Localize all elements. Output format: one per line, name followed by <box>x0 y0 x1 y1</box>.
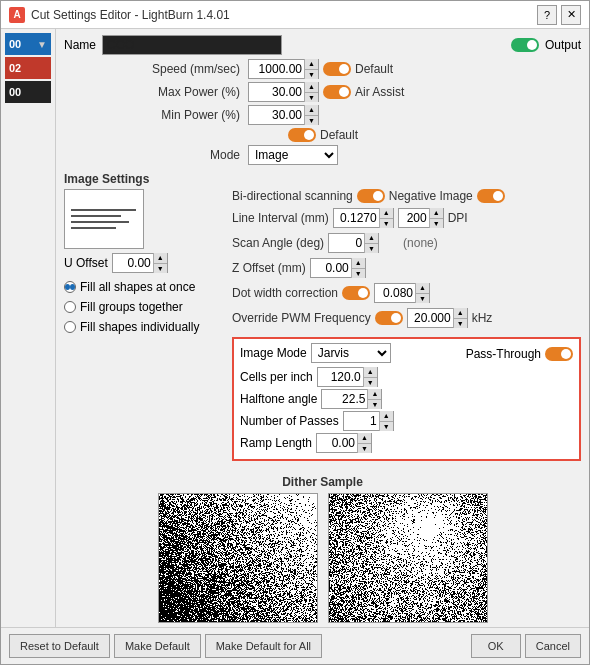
fill-at-once-row: Fill all shapes at once <box>64 280 224 294</box>
cells-row: Cells per inch ▲ ▼ <box>240 367 573 387</box>
halftone-up[interactable]: ▲ <box>367 389 381 400</box>
air-assist-toggle[interactable] <box>323 85 351 99</box>
max-power-row: Max Power (%) ▲ ▼ Air Assist <box>64 82 581 102</box>
ramp-down[interactable]: ▼ <box>357 444 371 454</box>
khz-label: kHz <box>472 311 493 325</box>
dither-section: Dither Sample Jarvis: High quality dithe… <box>64 471 581 627</box>
override-pwm-toggle[interactable] <box>375 311 403 325</box>
name-row: Name Output <box>64 35 581 55</box>
line-interval-input[interactable]: ▲ ▼ <box>333 208 394 228</box>
name-input[interactable] <box>102 35 282 55</box>
ok-button[interactable]: OK <box>471 634 521 658</box>
passes-input[interactable]: ▲ ▼ <box>343 411 394 431</box>
dot-width-toggle[interactable] <box>342 286 370 300</box>
layer-btn-0[interactable]: 00 ▼ <box>5 33 51 55</box>
mode-select[interactable]: Image <box>248 145 338 165</box>
cancel-button[interactable]: Cancel <box>525 634 581 658</box>
line-interval-down[interactable]: ▼ <box>379 219 393 229</box>
pass-through-row: Image Mode Jarvis Stucki Floyd-Steinberg… <box>240 343 573 365</box>
image-settings-title: Image Settings <box>64 172 581 186</box>
fill-at-once-radio[interactable] <box>64 281 76 293</box>
dpi-input[interactable]: ▲ ▼ <box>398 208 444 228</box>
footer-buttons: Reset to Default Make Default Make Defau… <box>1 627 589 664</box>
layer-btn-2[interactable]: 00 <box>5 81 51 103</box>
max-power-label: Max Power (%) <box>158 85 240 99</box>
halftone-input[interactable]: ▲ ▼ <box>321 389 382 409</box>
max-power-down[interactable]: ▼ <box>304 93 318 103</box>
override-pwm-down[interactable]: ▼ <box>453 319 467 329</box>
scan-angle-row: Scan Angle (deg) ▲ ▼ (none) <box>232 233 581 253</box>
min-power-up[interactable]: ▲ <box>304 105 318 116</box>
fill-groups-label: Fill groups together <box>80 300 183 314</box>
window-title: Cut Settings Editor - LightBurn 1.4.01 <box>31 8 230 22</box>
bidi-toggle[interactable] <box>357 189 385 203</box>
reset-button[interactable]: Reset to Default <box>9 634 110 658</box>
close-button[interactable]: ✕ <box>561 5 581 25</box>
speed-input[interactable]: ▲ ▼ <box>248 59 319 79</box>
help-button[interactable]: ? <box>537 5 557 25</box>
default2-row: Default <box>64 128 581 142</box>
layer-btn-1[interactable]: 02 <box>5 57 51 79</box>
dot-width-input[interactable]: ▲ ▼ <box>374 283 430 303</box>
fill-groups-radio[interactable] <box>64 301 76 313</box>
halftone-label: Halftone angle <box>240 392 317 406</box>
mode-row: Mode Image <box>64 145 581 165</box>
max-power-input[interactable]: ▲ ▼ <box>248 82 319 102</box>
default2-toggle[interactable] <box>288 128 316 142</box>
v-offset-input[interactable]: ▲ ▼ <box>112 253 168 273</box>
line-interval-row: Line Interval (mm) ▲ ▼ ▲ <box>232 208 581 228</box>
layers-panel: 00 ▼ 02 00 <box>1 29 56 627</box>
image-preview <box>64 189 144 249</box>
scan-angle-input[interactable]: ▲ ▼ <box>328 233 379 253</box>
default2-label: Default <box>320 128 358 142</box>
speed-row: Speed (mm/sec) ▲ ▼ Default <box>64 59 581 79</box>
speed-up[interactable]: ▲ <box>304 59 318 70</box>
line-interval-up[interactable]: ▲ <box>379 208 393 219</box>
speed-down[interactable]: ▼ <box>304 70 318 80</box>
image-mode-box: Image Mode Jarvis Stucki Floyd-Steinberg… <box>232 337 581 461</box>
bidi-row: Bi-directional scanning Negative Image <box>232 189 581 203</box>
min-power-down[interactable]: ▼ <box>304 116 318 126</box>
passes-label: Number of Passes <box>240 414 339 428</box>
max-power-up[interactable]: ▲ <box>304 82 318 93</box>
negative-toggle[interactable] <box>477 189 505 203</box>
v-offset-down[interactable]: ▼ <box>153 264 167 274</box>
override-pwm-up[interactable]: ▲ <box>453 308 467 319</box>
title-bar: A Cut Settings Editor - LightBurn 1.4.01… <box>1 1 589 29</box>
dot-width-down[interactable]: ▼ <box>415 294 429 304</box>
passes-up[interactable]: ▲ <box>379 411 393 422</box>
fill-individually-radio[interactable] <box>64 321 76 333</box>
v-offset-row: U Offset ▲ ▼ <box>64 253 224 273</box>
make-default-all-button[interactable]: Make Default for All <box>205 634 322 658</box>
cells-input[interactable]: ▲ ▼ <box>317 367 378 387</box>
output-toggle[interactable] <box>511 38 539 52</box>
dpi-label: DPI <box>448 211 468 225</box>
scan-angle-down[interactable]: ▼ <box>364 244 378 254</box>
override-pwm-input[interactable]: ▲ ▼ <box>407 308 468 328</box>
ramp-input[interactable]: ▲ ▼ <box>316 433 372 453</box>
image-mode-label: Image Mode <box>240 346 307 360</box>
passes-down[interactable]: ▼ <box>379 422 393 432</box>
negative-image-label: Negative Image <box>389 189 473 203</box>
z-offset-down[interactable]: ▼ <box>351 269 365 279</box>
make-default-button[interactable]: Make Default <box>114 634 201 658</box>
v-offset-up[interactable]: ▲ <box>153 253 167 264</box>
cells-up[interactable]: ▲ <box>363 367 377 378</box>
ramp-up[interactable]: ▲ <box>357 433 371 444</box>
dither-img-left <box>158 493 318 623</box>
air-assist-label: Air Assist <box>355 85 404 99</box>
default-toggle-speed[interactable] <box>323 62 351 76</box>
image-mode-select[interactable]: Jarvis Stucki Floyd-Steinberg Atkinson H… <box>311 343 391 363</box>
z-offset-up[interactable]: ▲ <box>351 258 365 269</box>
line-interval-label: Line Interval (mm) <box>232 211 329 225</box>
dpi-up[interactable]: ▲ <box>429 208 443 219</box>
dot-width-up[interactable]: ▲ <box>415 283 429 294</box>
dpi-down[interactable]: ▼ <box>429 219 443 229</box>
default-label: Default <box>355 62 393 76</box>
halftone-down[interactable]: ▼ <box>367 400 381 410</box>
scan-angle-up[interactable]: ▲ <box>364 233 378 244</box>
pass-through-toggle[interactable] <box>545 347 573 361</box>
z-offset-input[interactable]: ▲ ▼ <box>310 258 366 278</box>
cells-down[interactable]: ▼ <box>363 378 377 388</box>
min-power-input[interactable]: ▲ ▼ <box>248 105 319 125</box>
